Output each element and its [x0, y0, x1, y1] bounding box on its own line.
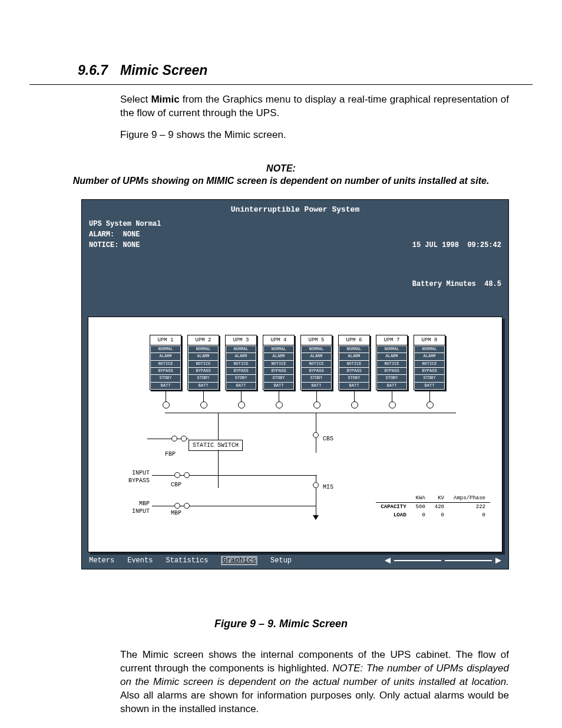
screen-status: UPS System Normal ALARM: NONE NOTICE: NO… — [82, 219, 508, 314]
upm-status-cell: STDBY — [226, 375, 256, 381]
note-text: Number of UPMs showing on MIMIC screen i… — [53, 174, 509, 187]
upm-status-cell: BYPASS — [189, 368, 218, 374]
upm-module: UPM 4NORMALALARMNOTICEBYPASSSTDBYBATT — [263, 335, 295, 391]
nav-left-arrow-icon[interactable] — [385, 558, 391, 564]
static-switch-box: STATIC SWITCH — [189, 440, 243, 452]
cbp-label: CBP — [171, 481, 181, 489]
capacity-table: KWAKVAmps/PhaseCAPACITY500420222LOAD000 — [376, 494, 490, 519]
upm-title: UPM 8 — [414, 335, 445, 345]
mimic-diagram: UPM 1NORMALALARMNOTICEBYPASSSTDBYBATTUPM… — [88, 317, 503, 552]
nav-right-arrow-icon[interactable] — [495, 558, 501, 564]
cbs-node-icon — [313, 432, 319, 438]
fbp-node-icon — [181, 436, 187, 442]
upm-status-cell: STDBY — [302, 375, 331, 381]
section-number: 9.6.7 — [78, 61, 120, 80]
upm-status-cell: ALARM — [377, 353, 406, 360]
menu-item-events[interactable]: Events — [127, 556, 153, 565]
terminal-screen: Uninterruptible Power System UPS System … — [82, 200, 508, 569]
cbp-node-icon — [184, 472, 190, 478]
upm-status-cell: BYPASS — [377, 368, 406, 374]
upm-status-cell: ALARM — [415, 353, 444, 360]
status-left: UPS System Normal ALARM: NONE NOTICE: NO… — [89, 219, 161, 311]
mis-label: MIS — [323, 483, 333, 492]
upm-status-cell: NORMAL — [377, 346, 406, 353]
cbs-label: CBS — [323, 435, 333, 443]
upm-status-cell: STDBY — [151, 375, 180, 381]
nav-arrows[interactable] — [385, 558, 501, 564]
upm-status-cell: NOTICE — [226, 361, 256, 367]
menu-item-setup[interactable]: Setup — [270, 556, 292, 565]
mbp-input-label: MBP INPUT — [110, 500, 150, 516]
upm-status-cell: NOTICE — [302, 361, 331, 367]
upm-module: UPM 1NORMALALARMNOTICEBYPASSSTDBYBATT — [150, 335, 181, 391]
upm-status-cell: NORMAL — [302, 346, 331, 353]
mbp-label: MBP — [171, 509, 181, 518]
upm-status-cell: BYPASS — [302, 368, 331, 374]
upm-bus-line — [165, 413, 456, 413]
fbp-node-icon — [171, 436, 177, 442]
upm-status-cell: BYPASS — [339, 368, 369, 374]
heading-underline — [29, 84, 533, 85]
menu-bar: MetersEventsStatisticsGraphicsSetup — [82, 555, 508, 569]
note-block: NOTE: Number of UPMs showing on MIMIC sc… — [29, 162, 533, 187]
upm-status-cell: ALARM — [226, 353, 256, 360]
upm-status-cell: BATT — [264, 383, 293, 389]
upm-module: UPM 5NORMALALARMNOTICEBYPASSSTDBYBATT — [300, 335, 332, 391]
upm-status-cell: BATT — [189, 383, 218, 389]
upm-status-cell: NOTICE — [339, 361, 369, 367]
input-bypass-label: INPUT BYPASS — [110, 469, 150, 485]
upm-status-cell: ALARM — [339, 353, 369, 360]
upm-status-cell: ALARM — [189, 353, 218, 360]
upm-module: UPM 8NORMALALARMNOTICEBYPASSSTDBYBATT — [414, 335, 445, 391]
intro-p1: Select Mimic from the Graphics menu to d… — [120, 93, 509, 120]
upm-status-cell: STDBY — [415, 375, 444, 381]
menu-item-graphics[interactable]: Graphics — [221, 556, 257, 565]
figure-caption: Figure 9 – 9. Mimic Screen — [29, 617, 533, 631]
upm-status-cell: NORMAL — [151, 346, 180, 353]
upm-title: UPM 6 — [339, 335, 369, 345]
upm-row: UPM 1NORMALALARMNOTICEBYPASSSTDBYBATTUPM… — [150, 335, 488, 391]
note-label: NOTE: — [53, 162, 509, 175]
upm-status-cell: NOTICE — [151, 361, 180, 367]
upm-status-cell: ALARM — [302, 353, 331, 360]
upm-module: UPM 3NORMALALARMNOTICEBYPASSSTDBYBATT — [225, 335, 257, 391]
upm-status-cell: BATT — [415, 383, 444, 389]
upm-status-cell: BATT — [377, 383, 406, 389]
section-title: Mimic Screen — [120, 62, 207, 78]
upm-title: UPM 1 — [150, 335, 181, 345]
upm-title: UPM 5 — [301, 335, 332, 345]
mbp-node-icon — [174, 503, 180, 509]
upm-module: UPM 7NORMALALARMNOTICEBYPASSSTDBYBATT — [376, 335, 408, 391]
upm-status-cell: NORMAL — [339, 346, 369, 353]
upm-status-cell: NORMAL — [415, 346, 444, 353]
upm-status-cell: STDBY — [377, 375, 406, 381]
upm-status-cell: BYPASS — [264, 368, 293, 374]
upm-status-cell: NORMAL — [226, 346, 256, 353]
upm-status-cell: NOTICE — [264, 361, 293, 367]
figure-frame: Uninterruptible Power System UPS System … — [81, 199, 509, 569]
closing-p1: The Mimic screen shows the internal comp… — [120, 648, 509, 716]
mis-node-icon — [313, 482, 319, 488]
upm-status-cell: BATT — [339, 383, 369, 389]
upm-title: UPM 3 — [226, 335, 256, 345]
upm-status-cell: BATT — [226, 383, 256, 389]
mbp-node-icon — [184, 503, 190, 509]
upm-status-cell: BYPASS — [226, 368, 256, 374]
upm-status-cell: ALARM — [264, 353, 293, 360]
section-heading: 9.6.7Mimic Screen — [29, 53, 533, 84]
upm-status-cell: BYPASS — [415, 368, 444, 374]
upm-module: UPM 6NORMALALARMNOTICEBYPASSSTDBYBATT — [338, 335, 370, 391]
upm-module: UPM 2NORMALALARMNOTICEBYPASSSTDBYBATT — [187, 335, 219, 391]
closing-block: The Mimic screen shows the internal comp… — [29, 648, 533, 716]
upm-status-cell: BATT — [151, 383, 180, 389]
screen-title: Uninterruptible Power System — [82, 200, 508, 219]
upm-title: UPM 2 — [188, 335, 219, 345]
upm-status-cell: NORMAL — [189, 346, 218, 353]
upm-status-cell: NOTICE — [415, 361, 444, 367]
upm-status-cell: NORMAL — [264, 346, 293, 353]
menu-item-statistics[interactable]: Statistics — [166, 556, 208, 565]
upm-title: UPM 7 — [376, 335, 407, 345]
upm-status-cell: NOTICE — [377, 361, 406, 367]
menu-item-meters[interactable]: Meters — [89, 556, 114, 565]
upm-status-cell: STDBY — [339, 375, 369, 381]
